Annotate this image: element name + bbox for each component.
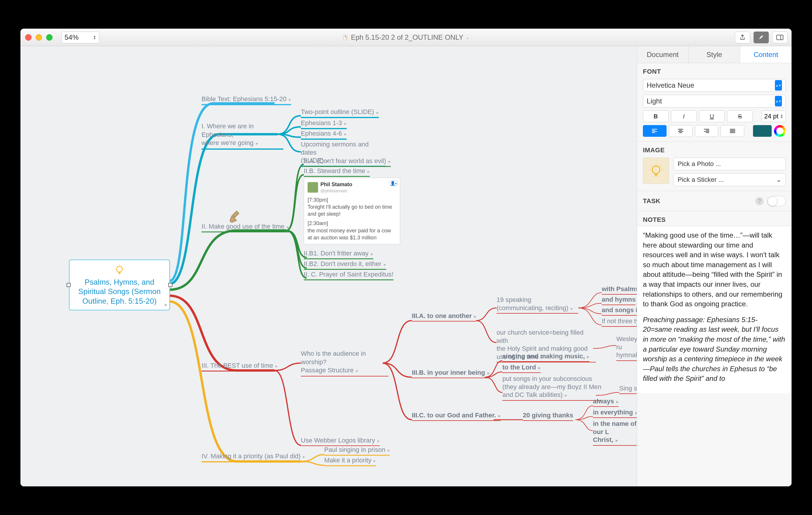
- node[interactable]: Two-point outline (SLIDE)▸: [301, 108, 379, 118]
- zoom-select[interactable]: 54% ▲▼: [61, 32, 99, 43]
- node[interactable]: and songs in: [602, 306, 637, 316]
- zoom-value: 54%: [64, 33, 79, 42]
- task-toggle[interactable]: [767, 196, 786, 206]
- panels-button[interactable]: [772, 32, 787, 43]
- pick-photo-button[interactable]: Pick a Photo ...: [673, 158, 786, 170]
- node[interactable]: III.C. to our God and Father.▸: [412, 411, 501, 421]
- svg-rect-3: [777, 35, 783, 40]
- node[interactable]: Ephesians 1-3▸: [301, 119, 347, 129]
- font-weight-select[interactable]: Light ▲▼: [643, 95, 786, 108]
- minimize-window[interactable]: [36, 34, 42, 40]
- align-right-button[interactable]: [695, 125, 719, 137]
- font-size-input[interactable]: 24 pt ▲▼: [761, 110, 786, 122]
- node[interactable]: in everything▸: [593, 409, 637, 418]
- node[interactable]: in the name of our LChrist,▸: [593, 420, 637, 446]
- node[interactable]: 19 speaking (communicating, reciting)▸: [497, 296, 578, 314]
- mindmap-canvas[interactable]: Psalms, Hymns, and Spiritual Songs (Serm…: [21, 46, 637, 486]
- avatar: [308, 182, 318, 193]
- tab-style[interactable]: Style: [689, 46, 741, 63]
- node[interactable]: II.A. (Don't fear world as evil)▸: [304, 157, 391, 167]
- node[interactable]: put songs in your subconscious(they alre…: [502, 375, 602, 401]
- select-arrows-icon: ▲▼: [775, 96, 782, 106]
- node[interactable]: 20 giving thanks: [523, 411, 573, 421]
- node[interactable]: Make it a priority▸: [324, 457, 376, 466]
- align-center-button[interactable]: [669, 125, 693, 137]
- resize-handle-left[interactable]: [66, 283, 71, 287]
- text-color-swatch[interactable]: [753, 125, 772, 137]
- node[interactable]: II.B2. Don't overdo it, either▸: [304, 260, 386, 270]
- font-heading: FONT: [643, 68, 786, 75]
- node[interactable]: II. Make good use of the time▸: [202, 223, 289, 233]
- svg-point-1: [345, 36, 346, 37]
- svg-point-5: [117, 266, 122, 272]
- node[interactable]: and hymns: [602, 296, 636, 305]
- inspector-sidebar: Document Style Content FONT Helvetica Ne…: [637, 46, 791, 486]
- tab-document[interactable]: Document: [637, 46, 689, 63]
- app-window: 54% ▲▼ Eph 5.15-20 2 of 2_OUTLINE ONLY ⌄: [21, 29, 791, 486]
- underline-button[interactable]: U: [699, 110, 725, 122]
- close-window[interactable]: [25, 34, 32, 40]
- node[interactable]: Sing son: [619, 385, 637, 394]
- color-picker-button[interactable]: [774, 125, 786, 137]
- font-section: FONT Helvetica Neue ▲▼ Light ▲▼ B I U S …: [637, 63, 791, 142]
- node[interactable]: II.B1. Don't fritter away▸: [304, 250, 373, 259]
- svg-rect-0: [344, 35, 347, 40]
- notes-heading: NOTES: [643, 216, 786, 224]
- task-heading: TASK: [643, 197, 660, 205]
- panels-icon: [776, 35, 783, 40]
- brush-icon: [758, 34, 764, 40]
- node[interactable]: If not three ty: [602, 318, 637, 327]
- tab-content[interactable]: Content: [740, 46, 791, 63]
- tweet-card[interactable]: 👤▸ Phil Stamato @philstamato [7:30pm] To…: [304, 178, 400, 244]
- node[interactable]: II. C. Prayer of Saint Expeditus!: [304, 271, 394, 280]
- node[interactable]: Wesley's ruhymnal): [616, 335, 637, 361]
- root-node[interactable]: Psalms, Hymns, and Spiritual Songs (Serm…: [69, 260, 170, 310]
- titlebar: 54% ▲▼ Eph 5.15-20 2 of 2_OUTLINE ONLY ⌄: [21, 29, 791, 46]
- svg-point-6: [652, 166, 660, 173]
- inspector-button[interactable]: [754, 32, 769, 43]
- notes-p2: Preaching passage: Ephesians 5:15-20=sam…: [643, 315, 786, 383]
- node[interactable]: III.A. to one another▸: [412, 312, 476, 322]
- align-left-button[interactable]: [643, 125, 667, 137]
- window-controls: [25, 34, 53, 40]
- node[interactable]: I. Where we are in Ephesians,where we're…: [202, 122, 283, 150]
- node[interactable]: always▸: [593, 398, 619, 407]
- node[interactable]: Bible Text: Ephesians 5:15-20▸: [202, 95, 291, 105]
- node[interactable]: Paul singing in prison▸: [324, 446, 390, 456]
- node[interactable]: Who is the audience in worship?Passage S…: [301, 350, 388, 376]
- maximize-window[interactable]: [46, 34, 53, 40]
- node[interactable]: with Psalms: [602, 285, 637, 295]
- document-title[interactable]: Eph 5.15-20 2 of 2_OUTLINE ONLY ⌄: [343, 33, 469, 42]
- align-left-icon: [652, 129, 657, 133]
- font-family-select[interactable]: Helvetica Neue ▲▼: [643, 79, 786, 92]
- node[interactable]: IV. Making it a priority (as Paul did)▸: [202, 453, 305, 462]
- chevron-down-icon: ⌄: [776, 176, 781, 184]
- align-justify-icon: [730, 129, 735, 133]
- node[interactable]: Use Webber Logos library▸: [301, 437, 380, 446]
- help-icon[interactable]: ?: [755, 197, 763, 205]
- node[interactable]: to the Lord▸: [502, 363, 541, 373]
- node[interactable]: III.B. in your inner being▸: [412, 369, 490, 378]
- node[interactable]: singing and making music,▸: [502, 352, 589, 362]
- notes-area[interactable]: “Making good use of the time…”—will talk…: [637, 226, 791, 486]
- image-section: IMAGE Pick a Photo ... Pick a Sticker ..…: [637, 142, 791, 191]
- node[interactable]: Ephesians 4-6▸: [301, 130, 347, 140]
- toolbar-right: [735, 32, 787, 43]
- node[interactable]: II.B. Steward the time▸: [304, 167, 370, 177]
- bold-button[interactable]: B: [643, 110, 669, 122]
- strike-button[interactable]: S: [727, 110, 753, 122]
- align-justify-button[interactable]: [721, 125, 744, 137]
- card-expand-icon[interactable]: 👤▸: [390, 180, 398, 186]
- image-preview[interactable]: [643, 158, 669, 184]
- stepper-icon: ▲▼: [93, 35, 96, 40]
- italic-button[interactable]: I: [671, 110, 697, 122]
- task-section: TASK ?: [637, 191, 791, 211]
- share-button[interactable]: [735, 32, 750, 43]
- chevron-down-icon: ⌄: [466, 35, 469, 40]
- select-arrows-icon: ▲▼: [775, 80, 782, 90]
- root-label: Psalms, Hymns, and Spiritual Songs (Serm…: [74, 277, 165, 306]
- node[interactable]: III. The BEST use of time▸: [202, 362, 278, 372]
- resize-handle-right[interactable]: [168, 283, 172, 287]
- pick-sticker-button[interactable]: Pick a Sticker ...⌄: [673, 173, 786, 186]
- notes-p1: “Making good use of the time…”—will talk…: [643, 230, 786, 309]
